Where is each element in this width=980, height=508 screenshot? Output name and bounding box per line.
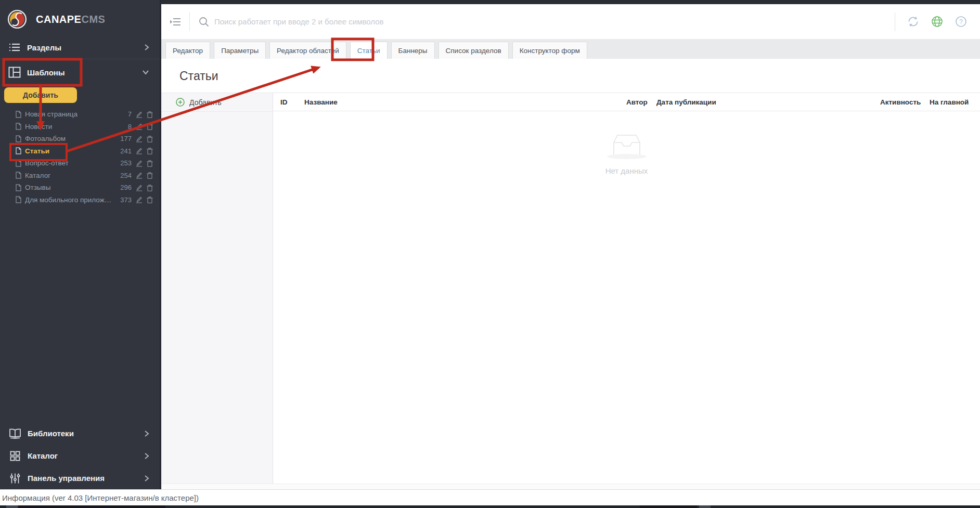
sidebar-item-catalog[interactable]: Каталог bbox=[0, 445, 160, 467]
sidebar-bottom-nav: Библиотеки Каталог Панель управления bbox=[0, 422, 160, 489]
page-icon bbox=[16, 196, 21, 203]
tab-banners[interactable]: Баннеры bbox=[391, 42, 435, 59]
trash-icon[interactable] bbox=[147, 184, 153, 191]
plus-circle-icon bbox=[176, 98, 185, 107]
tab-articles[interactable]: Статьи bbox=[350, 42, 388, 59]
refresh-icon[interactable] bbox=[907, 16, 919, 28]
svg-text:?: ? bbox=[959, 18, 963, 25]
divider bbox=[189, 12, 190, 31]
template-list: Новая страница 7 Новости 8 Фотоальбом 17… bbox=[0, 108, 160, 206]
sidebar: CANAPECMS Разделы Шаблоны Добавить Новая… bbox=[0, 0, 161, 489]
divider bbox=[895, 12, 895, 31]
chevron-right-icon bbox=[144, 452, 149, 460]
sidebar-item-templates[interactable]: Шаблоны bbox=[0, 59, 160, 85]
template-list-item[interactable]: Новости 8 bbox=[0, 121, 160, 133]
app-logo[interactable]: CANAPECMS bbox=[7, 9, 105, 29]
trash-icon[interactable] bbox=[147, 111, 153, 118]
template-id: 241 bbox=[114, 147, 132, 155]
brand-primary: CANAPE bbox=[36, 14, 81, 25]
book-icon bbox=[8, 428, 22, 439]
tab-editor[interactable]: Редактор bbox=[165, 42, 210, 59]
page-icon bbox=[16, 135, 21, 142]
edit-icon[interactable] bbox=[136, 123, 143, 130]
status-bar: Информация (ver 4.03 [Интернет-магазин/в… bbox=[0, 489, 980, 505]
app-title: CANAPECMS bbox=[36, 14, 105, 25]
template-id: 253 bbox=[114, 159, 132, 167]
page-title: Статьи bbox=[179, 69, 218, 83]
edit-icon[interactable] bbox=[136, 135, 143, 142]
template-list-item[interactable]: Вопрос-ответ 253 bbox=[0, 157, 160, 170]
page-icon bbox=[16, 160, 21, 167]
search-icon bbox=[199, 17, 209, 27]
column-header-id: ID bbox=[280, 98, 304, 106]
template-list-item[interactable]: Отзывы 296 bbox=[0, 181, 160, 194]
tab-parameters[interactable]: Параметры bbox=[214, 42, 266, 59]
topbar: ? bbox=[161, 4, 980, 39]
trash-icon[interactable] bbox=[147, 160, 153, 167]
column-header-publish-date: Дата публикации bbox=[656, 98, 880, 106]
edit-icon[interactable] bbox=[136, 196, 143, 203]
tab-areas-editor[interactable]: Редактор областей bbox=[269, 42, 346, 59]
template-name: Новая страница bbox=[25, 110, 114, 118]
add-article-button[interactable]: Добавить bbox=[161, 93, 273, 112]
sidebar-item-label: Шаблоны bbox=[27, 68, 142, 77]
status-text: Информация (ver 4.03 [Интернет-магазин/в… bbox=[2, 493, 199, 502]
trash-icon[interactable] bbox=[147, 172, 153, 179]
canape-logo-icon bbox=[7, 9, 27, 29]
empty-icon-shadow bbox=[607, 154, 647, 159]
page-icon bbox=[16, 184, 21, 191]
chevron-right-icon bbox=[144, 430, 149, 437]
tab-form-builder[interactable]: Конструктор форм bbox=[512, 42, 587, 59]
template-name: Фотоальбом bbox=[25, 135, 114, 142]
edit-icon[interactable] bbox=[136, 184, 143, 191]
template-id: 8 bbox=[114, 123, 132, 131]
content-tabs: Редактор Параметры Редактор областей Ста… bbox=[161, 39, 980, 59]
template-name: Отзывы bbox=[25, 184, 114, 191]
sidebar-item-label: Разделы bbox=[27, 43, 144, 52]
template-list-item[interactable]: Фотоальбом 177 bbox=[0, 133, 160, 145]
template-name: Для мобильного приложе... bbox=[25, 196, 114, 204]
taskbar-segment bbox=[640, 505, 697, 508]
chevron-down-icon bbox=[142, 70, 149, 75]
sliders-icon bbox=[8, 473, 22, 484]
edit-icon[interactable] bbox=[136, 111, 143, 118]
chevron-right-icon bbox=[144, 44, 149, 51]
sidebar-item-libraries[interactable]: Библиотеки bbox=[0, 422, 160, 445]
sidebar-item-sections[interactable]: Разделы bbox=[0, 37, 160, 57]
edit-icon[interactable] bbox=[136, 160, 143, 167]
layout-icon bbox=[8, 67, 21, 78]
menu-unfold-icon[interactable] bbox=[170, 17, 181, 27]
search-input[interactable] bbox=[214, 17, 895, 26]
template-id: 7 bbox=[114, 110, 132, 118]
sidebar-add-template-button[interactable]: Добавить bbox=[4, 87, 77, 103]
template-list-item[interactable]: Для мобильного приложе... 373 bbox=[0, 194, 160, 206]
template-list-item[interactable]: Новая страница 7 bbox=[0, 108, 160, 121]
page-icon bbox=[16, 123, 21, 130]
edit-icon[interactable] bbox=[136, 147, 143, 154]
template-name: Статьи bbox=[25, 147, 114, 155]
trash-icon[interactable] bbox=[147, 196, 153, 203]
grid-icon bbox=[8, 451, 22, 461]
main-content: Статьи Добавить ID Название Автор Дата п… bbox=[161, 59, 980, 484]
sidebar-item-label: Каталог bbox=[28, 451, 144, 460]
chevron-right-icon bbox=[144, 475, 149, 482]
taskbar-segment bbox=[6, 505, 18, 508]
empty-state: Нет данных bbox=[273, 134, 980, 175]
template-list-item[interactable]: Каталог 254 bbox=[0, 170, 160, 182]
globe-icon[interactable] bbox=[931, 16, 943, 28]
trash-icon[interactable] bbox=[147, 123, 153, 130]
page-icon bbox=[16, 172, 21, 179]
brand-secondary: CMS bbox=[81, 14, 105, 25]
edit-icon[interactable] bbox=[136, 172, 143, 179]
help-icon[interactable]: ? bbox=[955, 16, 967, 28]
template-list-item-articles[interactable]: Статьи 241 bbox=[0, 145, 160, 158]
sidebar-item-control-panel[interactable]: Панель управления bbox=[0, 467, 160, 489]
column-header-author: Автор bbox=[626, 98, 656, 106]
articles-table: ID Название Автор Дата публикации Активн… bbox=[273, 93, 980, 484]
template-id: 177 bbox=[114, 135, 132, 142]
column-header-activity: Активность bbox=[880, 98, 930, 106]
trash-icon[interactable] bbox=[147, 147, 153, 154]
template-name: Новости bbox=[25, 123, 114, 131]
trash-icon[interactable] bbox=[147, 135, 153, 142]
tab-sections-list[interactable]: Список разделов bbox=[439, 42, 509, 59]
